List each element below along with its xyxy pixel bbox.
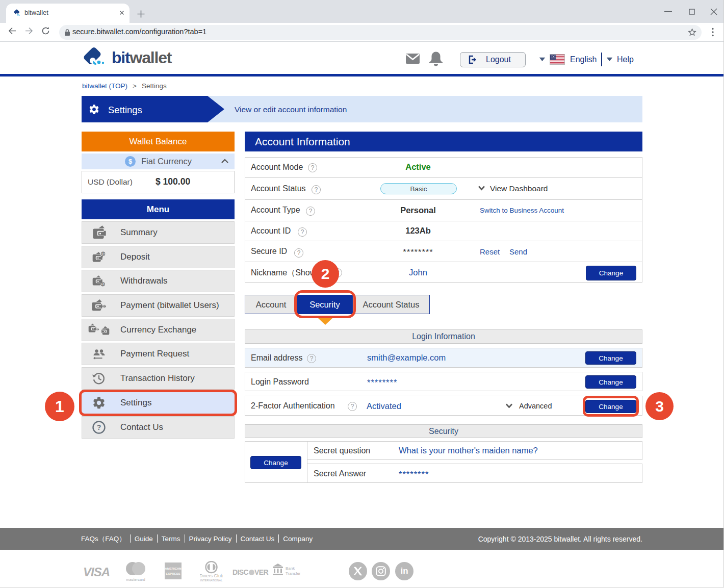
svg-text:EXPRESS: EXPRESS [166, 572, 180, 575]
svg-text:Diners Club: Diners Club [200, 573, 223, 578]
svg-text:INTERNATIONAL: INTERNATIONAL [200, 579, 223, 582]
svg-text:$: $ [102, 283, 104, 287]
svg-text:mastercard: mastercard [126, 577, 145, 582]
svg-text:?: ? [97, 423, 101, 431]
svg-text:$: $ [102, 252, 104, 256]
svg-text:AMERICAN: AMERICAN [165, 567, 181, 570]
svg-text:Bank: Bank [286, 566, 295, 571]
svg-text:Transfer: Transfer [286, 571, 301, 576]
